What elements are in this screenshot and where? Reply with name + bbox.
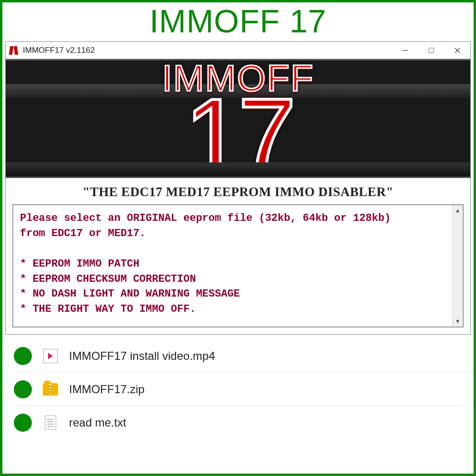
app-banner: IMMOFF 17 [6, 59, 470, 178]
svg-rect-1 [429, 48, 434, 53]
text-file-icon [42, 415, 59, 431]
scroll-up-icon[interactable]: ▲ [453, 205, 463, 216]
app-window: IMMOFF17 v2.1162 IMMOFF 17 "THE EDC17 ME… [5, 41, 471, 335]
bullet-icon [14, 347, 32, 365]
app-icon [10, 46, 19, 55]
video-file-icon [42, 348, 59, 364]
bullet-icon [14, 414, 32, 432]
info-text: Please select an ORIGINAL eeprom file (3… [13, 205, 452, 327]
file-name: IMMOFF17 install video.mp4 [69, 349, 215, 363]
subtitle-area: "THE EDC17 MED17 EEPROM IMMO DISABLER" [6, 178, 470, 204]
file-name: IMMOFF17.zip [69, 383, 145, 396]
file-list: IMMOFF17 install video.mp4 IMMOFF17.zip … [2, 335, 474, 439]
list-item[interactable]: IMMOFF17 install video.mp4 [14, 339, 474, 373]
subtitle: "THE EDC17 MED17 EEPROM IMMO DISABLER" [6, 185, 470, 199]
scrollbar[interactable]: ▲ ▼ [452, 205, 463, 327]
titlebar[interactable]: IMMOFF17 v2.1162 [6, 42, 470, 59]
minimize-button[interactable] [392, 42, 418, 59]
banner-text-line2: 17 [185, 83, 292, 178]
zip-file-icon [42, 381, 59, 397]
scroll-down-icon[interactable]: ▼ [453, 316, 463, 327]
maximize-button[interactable] [418, 42, 444, 59]
file-name: read me.txt [69, 416, 126, 429]
info-textbox: Please select an ORIGINAL eeprom file (3… [12, 204, 464, 327]
close-button[interactable] [444, 42, 470, 59]
window-title: IMMOFF17 v2.1162 [23, 46, 95, 55]
list-item[interactable]: IMMOFF17.zip [14, 373, 474, 406]
page-title: IMMOFF 17 [2, 2, 474, 41]
bullet-icon [14, 380, 32, 398]
list-item[interactable]: read me.txt [14, 406, 474, 439]
